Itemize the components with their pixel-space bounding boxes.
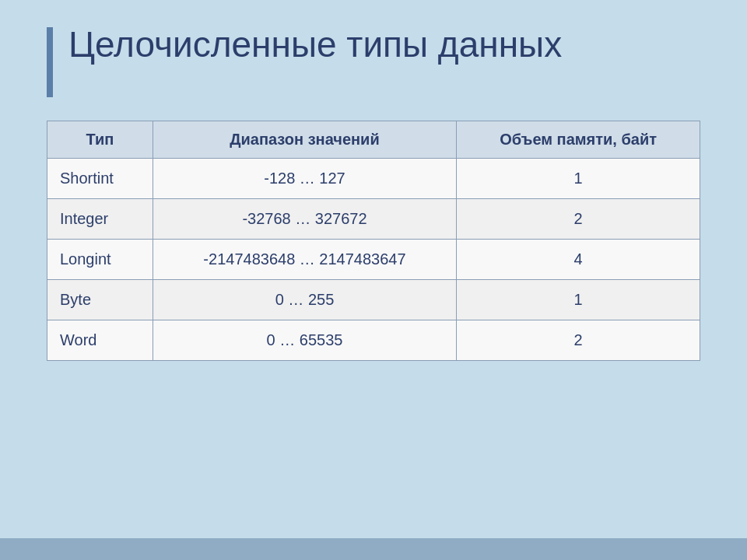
table-row: Word0 … 655352 <box>47 320 700 361</box>
table-cell-2-0: Longint <box>47 240 153 280</box>
col-header-type: Тип <box>47 121 153 159</box>
header-area: Целочисленные типы данных <box>47 23 700 97</box>
table-row: Byte0 … 2551 <box>47 280 700 320</box>
table-cell-3-2: 1 <box>457 280 700 320</box>
col-header-range: Диапазон значений <box>153 121 456 159</box>
table-cell-2-2: 4 <box>457 240 700 280</box>
table-cell-1-0: Integer <box>47 199 153 240</box>
table-row: Longint-2147483648 … 21474836474 <box>47 240 700 280</box>
data-table: Тип Диапазон значений Объем памяти, байт… <box>47 121 700 361</box>
col-header-memory: Объем памяти, байт <box>457 121 700 159</box>
page-title: Целочисленные типы данных <box>68 23 562 66</box>
table-cell-4-1: 0 … 65535 <box>153 320 456 361</box>
table-container: Тип Диапазон значений Объем памяти, байт… <box>47 121 700 361</box>
table-cell-4-2: 2 <box>457 320 700 361</box>
page-container: Целочисленные типы данных Тип Диапазон з… <box>0 0 747 560</box>
table-cell-3-0: Byte <box>47 280 153 320</box>
table-cell-0-0: Shortint <box>47 159 153 199</box>
table-row: Shortint-128 … 1271 <box>47 159 700 199</box>
blue-bar-decoration <box>47 27 53 97</box>
table-cell-1-2: 2 <box>457 199 700 240</box>
table-cell-4-0: Word <box>47 320 153 361</box>
table-cell-3-1: 0 … 255 <box>153 280 456 320</box>
table-header-row: Тип Диапазон значений Объем памяти, байт <box>47 121 700 159</box>
bottom-bar <box>0 538 747 560</box>
table-cell-0-1: -128 … 127 <box>153 159 456 199</box>
table-cell-0-2: 1 <box>457 159 700 199</box>
table-row: Integer-32768 … 3276722 <box>47 199 700 240</box>
table-cell-2-1: -2147483648 … 2147483647 <box>153 240 456 280</box>
table-cell-1-1: -32768 … 327672 <box>153 199 456 240</box>
